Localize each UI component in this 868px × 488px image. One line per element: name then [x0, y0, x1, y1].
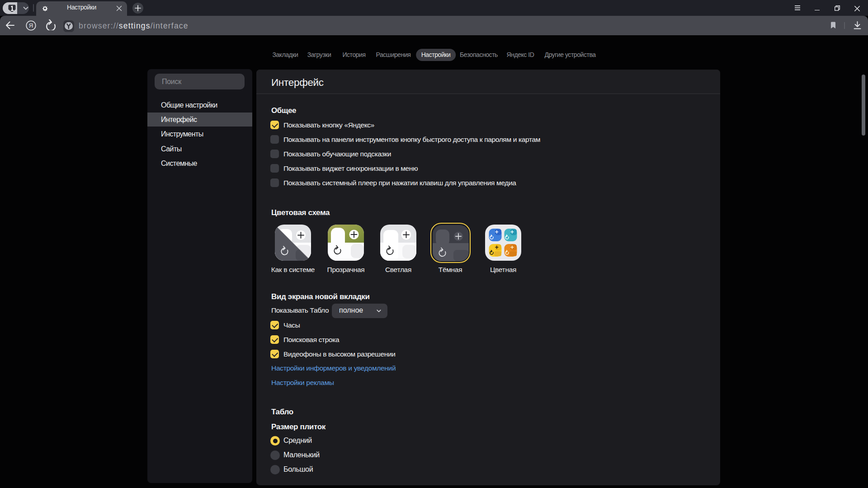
svg-text:Я: Я	[29, 22, 33, 29]
